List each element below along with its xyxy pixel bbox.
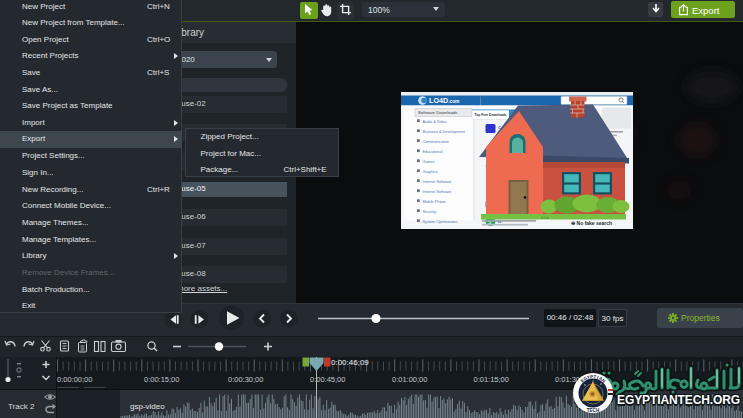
svg-text:Mobile Phone: Mobile Phone bbox=[423, 200, 446, 204]
svg-text:Communication: Communication bbox=[423, 140, 449, 144]
svg-text:⊕ No fake search: ⊕ No fake search bbox=[571, 220, 612, 226]
svg-text:System Optimization: System Optimization bbox=[423, 220, 458, 224]
svg-text:Business & Development: Business & Development bbox=[423, 130, 466, 134]
svg-text:Top Free Downloads: Top Free Downloads bbox=[475, 113, 507, 117]
svg-text:Software Downloads: Software Downloads bbox=[418, 110, 457, 115]
svg-text:Audio & Video: Audio & Video bbox=[423, 120, 447, 124]
svg-text:TECH: TECH bbox=[587, 408, 600, 413]
svg-text:Games: Games bbox=[423, 160, 435, 164]
svg-text:Internet Software: Internet Software bbox=[423, 180, 452, 184]
svg-text:Internet Software: Internet Software bbox=[423, 190, 452, 194]
svg-text:Graphics: Graphics bbox=[423, 170, 438, 174]
svg-text:Security: Security bbox=[423, 210, 437, 214]
svg-text:4.5★: 4.5★ bbox=[541, 216, 549, 220]
svg-text:Educational: Educational bbox=[423, 150, 443, 154]
